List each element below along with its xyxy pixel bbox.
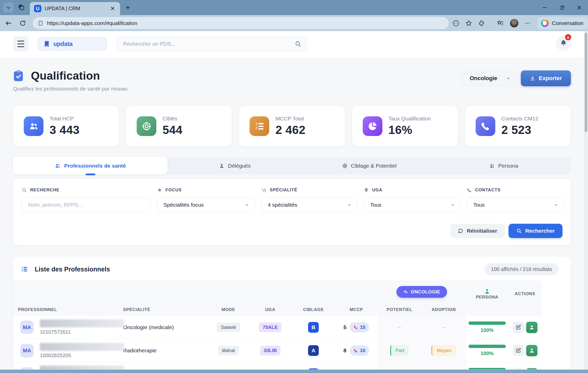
tab-ciblage-potentiel[interactable]: Ciblage & Potentiel [302,157,436,175]
pds-search[interactable] [116,36,307,51]
browser-tab[interactable]: U UPDATA | CRM ✕ [30,2,120,15]
minimize-icon [542,5,547,10]
table-row[interactable]: AOUKAR SAMUEL 100% [13,362,542,369]
tab-label: Délégués [228,163,251,169]
scrollbar-thumb[interactable] [585,33,587,132]
stat-label: MCCP Total [275,116,305,122]
masked-name [40,366,124,370]
mccp-count: 5 [344,324,347,330]
page-subtitle: Qualifiez les professionnels de santé pa… [13,86,571,92]
window-close-button[interactable] [571,0,588,15]
qualify-person-button[interactable] [526,322,537,333]
adoption-badge: Moyen [431,345,456,356]
map-pin-icon [364,188,369,193]
settings-menu-icon[interactable] [524,20,531,27]
network-select[interactable]: Oncologie [462,70,516,86]
reload-icon [19,20,26,27]
avatar: MA [20,320,34,334]
specialite-select[interactable]: 4 spécialités [261,197,357,213]
tab-professionnels-de-sante[interactable]: Professionnels de santé [13,157,168,175]
ciblage-badge: A [308,345,319,356]
tab-title: UPDATA | CRM [45,6,106,11]
persona-progress-bar [468,321,506,325]
favorites-icon[interactable] [497,19,504,27]
browser-profile-avatar[interactable] [510,19,519,28]
search-button[interactable]: Rechercher [509,224,562,238]
tab-label: Professionnels de santé [64,163,126,169]
page-scrollbar[interactable] [584,31,588,369]
bookmark-star-icon[interactable] [465,20,472,27]
back-button[interactable] [5,20,12,27]
stat-card-mccp-total: 12 MCCP Total2 462 [239,106,345,147]
toolbar-right-icons: Conversation [452,17,588,29]
site-info-icon[interactable] [38,20,43,26]
uga-select[interactable]: Tous [364,197,460,213]
avatar [20,367,34,370]
tab-persona[interactable]: Persona [437,157,571,175]
cell-adoption: – [421,316,466,339]
app-logo[interactable]: updata [38,37,107,51]
logo-text: updata [53,41,73,47]
pds-search-input[interactable] [123,41,295,47]
target-icon [142,121,152,131]
mode-badge: Salarié [217,322,240,332]
column-mccp: MCCP [335,307,378,312]
copilot-conversation-button[interactable]: Conversation [537,17,588,29]
menu-button[interactable] [13,36,28,52]
cell-actions [508,345,542,356]
cell-mccp: 8 10 [335,345,378,356]
stat-label: Taux Qualification [389,116,431,122]
table-row[interactable]: MA 10002825205 Radiotherapie libéral 33L… [13,339,542,362]
tab-close-icon[interactable]: ✕ [109,5,116,12]
ordered-list-icon: 12 [255,121,264,131]
search-icon[interactable] [295,41,301,47]
mccp-count: 8 [344,347,347,354]
focus-select[interactable]: Spécialités focus [157,197,255,213]
results-count: 100 affichés / 218 résultats [484,263,559,275]
mode-badge: libéral [218,346,239,355]
uga-badge: 33LIB [260,346,280,355]
stats-row: Total HCP3 443 Ciblés544 12 MCCP Total2 … [13,106,571,147]
cell-uga: 33LIB [249,346,292,355]
section-tabs: Professionnels de santé Délégués Ciblage… [13,157,571,175]
export-button[interactable]: Exporter [521,70,571,86]
hamburger-icon [17,41,24,42]
contacts-select-value: Tous [473,202,485,208]
tab-actions-button[interactable] [17,4,26,12]
extensions-icon[interactable] [478,20,485,27]
stethoscope-icon [261,188,266,193]
professionals-list-panel: Liste des Professionnels 100 affichés / … [13,256,571,369]
table-row[interactable]: MA 10107572611 Oncologie (medicale) Sala… [13,316,542,339]
cell-mccp: 5 15 [335,322,378,332]
qualify-person-button[interactable] [526,345,537,356]
filter-label: UGA [372,188,382,193]
more-tools-icon[interactable] [452,20,460,27]
edit-button[interactable] [513,322,524,333]
window-controls [536,0,588,15]
tab-delegues[interactable]: Délégués [168,157,302,175]
tab-search-button[interactable] [3,2,14,13]
masked-name [40,319,124,327]
new-tab-button[interactable]: + [126,4,130,11]
edit-button[interactable] [513,345,524,356]
recherche-input[interactable] [28,202,145,208]
column-mode: MODE [208,307,249,312]
cell-potentiel: Fort [378,339,421,362]
tab-label: Ciblage & Potentiel [351,163,397,169]
window-minimize-button[interactable] [536,0,553,15]
filter-label: SPÉCIALITÉ [270,188,297,193]
filter-label: RECHERCHE [30,188,60,193]
url-text: https://updata-apps.com/#qualification [47,20,137,26]
address-bar[interactable]: https://updata-apps.com/#qualification [33,17,449,29]
masked-name [40,343,124,351]
contacts-select[interactable]: Tous [467,197,563,213]
cell-mode: Salarié [208,322,249,332]
oncologie-group-badge[interactable]: ONCOLOGIE [396,286,447,298]
window-restore-button[interactable] [553,0,571,15]
reset-button[interactable]: Réinitialiser [450,224,505,238]
cell-ciblage: B [292,322,335,333]
reload-button[interactable] [19,20,26,27]
persona-percentage: 100% [466,327,508,333]
empty-value-dash: – [442,324,445,330]
stat-value: 16% [389,123,431,137]
